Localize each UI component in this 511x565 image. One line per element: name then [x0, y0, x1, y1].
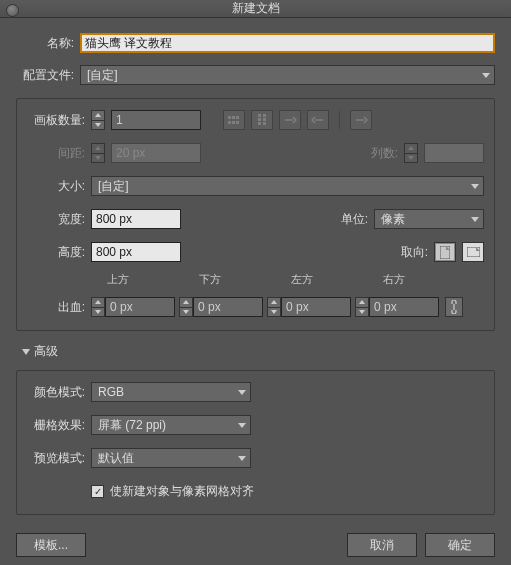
units-label: 单位: [328, 211, 368, 228]
titlebar: 新建文档 [0, 0, 511, 18]
width-label: 宽度: [27, 211, 85, 228]
columns-input [424, 143, 484, 163]
svg-rect-3 [228, 121, 231, 124]
chevron-down-icon [238, 390, 246, 395]
dialog-content: 名称: 配置文件: [自定] 画板数量: [0, 18, 511, 525]
ok-button[interactable]: 确定 [425, 533, 495, 557]
units-select[interactable]: 像素 [374, 209, 484, 229]
triangle-down-icon [22, 349, 30, 355]
svg-rect-6 [258, 114, 261, 117]
align-grid-checkbox[interactable]: ✓ [91, 485, 104, 498]
bleed-link-button[interactable] [445, 297, 463, 317]
svg-rect-0 [228, 116, 231, 119]
chevron-down-icon [238, 423, 246, 428]
chevron-down-icon [482, 73, 490, 78]
svg-rect-5 [236, 121, 239, 124]
bleed-right-label: 右方 [383, 272, 471, 287]
profile-select[interactable]: [自定] [80, 65, 495, 85]
advanced-toggle[interactable]: 高级 [22, 343, 495, 360]
name-label: 名称: [16, 35, 74, 52]
svg-rect-2 [236, 116, 239, 119]
template-button[interactable]: 模板... [16, 533, 86, 557]
cancel-button[interactable]: 取消 [347, 533, 417, 557]
bleed-top-input[interactable] [105, 297, 175, 317]
bleed-left-input[interactable] [281, 297, 351, 317]
height-input[interactable] [91, 242, 181, 262]
bleed-bottom-input[interactable] [193, 297, 263, 317]
svg-rect-13 [467, 247, 480, 257]
profile-label: 配置文件: [16, 67, 74, 84]
svg-rect-10 [263, 118, 266, 121]
height-label: 高度: [27, 244, 85, 261]
advanced-label: 高级 [34, 343, 58, 360]
bleed-bottom-stepper[interactable] [179, 297, 193, 317]
size-select[interactable]: [自定] [91, 176, 484, 196]
colormode-select[interactable]: RGB [91, 382, 251, 402]
units-value: 像素 [381, 211, 405, 228]
bleed-headers: 上方 下方 左方 右方 [107, 272, 484, 287]
preview-select[interactable]: 默认值 [91, 448, 251, 468]
align-grid-label: 使新建对象与像素网格对齐 [110, 483, 254, 500]
artboards-label: 画板数量: [27, 112, 85, 129]
colormode-value: RGB [98, 385, 124, 399]
chevron-down-icon [238, 456, 246, 461]
svg-rect-9 [263, 114, 266, 117]
size-value: [自定] [98, 178, 129, 195]
arrange-row-icon[interactable] [279, 110, 301, 130]
columns-label: 列数: [358, 145, 398, 162]
width-input[interactable] [91, 209, 181, 229]
bleed-left-label: 左方 [291, 272, 379, 287]
artboards-stepper[interactable] [91, 110, 105, 130]
spacing-label: 间距: [27, 145, 85, 162]
close-icon[interactable] [6, 4, 19, 17]
dialog-title: 新建文档 [232, 0, 280, 17]
columns-stepper [404, 143, 418, 163]
arrange-col-icon[interactable] [307, 110, 329, 130]
svg-rect-8 [258, 122, 261, 125]
colormode-label: 颜色模式: [27, 384, 85, 401]
preview-label: 预览模式: [27, 450, 85, 467]
spacing-stepper [91, 143, 105, 163]
chevron-down-icon [471, 184, 479, 189]
svg-rect-4 [232, 121, 235, 124]
svg-rect-1 [232, 116, 235, 119]
name-input[interactable] [80, 33, 495, 53]
divider [339, 111, 340, 129]
chevron-down-icon [471, 217, 479, 222]
bleed-top-label: 上方 [107, 272, 195, 287]
spacing-input [111, 143, 201, 163]
bleed-bottom-label: 下方 [199, 272, 287, 287]
raster-select[interactable]: 屏幕 (72 ppi) [91, 415, 251, 435]
new-document-dialog: 新建文档 名称: 配置文件: [自定] 画板数量: [0, 0, 511, 565]
orientation-landscape-button[interactable] [462, 242, 484, 262]
size-label: 大小: [27, 178, 85, 195]
arrange-grid-row-icon[interactable] [223, 110, 245, 130]
artboard-section: 画板数量: 间距: 列数: 大小: [16, 98, 495, 331]
advanced-section: 颜色模式: RGB 栅格效果: 屏幕 (72 ppi) 预览模式: 默认值 [16, 370, 495, 515]
arrange-grid-col-icon[interactable] [251, 110, 273, 130]
bleed-left-stepper[interactable] [267, 297, 281, 317]
svg-rect-7 [258, 118, 261, 121]
profile-value: [自定] [87, 67, 118, 84]
bleed-top-stepper[interactable] [91, 297, 105, 317]
preview-value: 默认值 [98, 450, 134, 467]
arrange-rtl-icon[interactable] [350, 110, 372, 130]
artboards-input[interactable] [111, 110, 201, 130]
bleed-right-stepper[interactable] [355, 297, 369, 317]
bleed-label: 出血: [27, 299, 85, 316]
raster-value: 屏幕 (72 ppi) [98, 417, 166, 434]
orientation-label: 取向: [388, 244, 428, 261]
orientation-portrait-button[interactable] [434, 242, 456, 262]
bleed-right-input[interactable] [369, 297, 439, 317]
raster-label: 栅格效果: [27, 417, 85, 434]
dialog-footer: 模板... 取消 确定 [0, 525, 511, 565]
svg-rect-11 [263, 122, 266, 125]
svg-rect-12 [440, 246, 450, 259]
